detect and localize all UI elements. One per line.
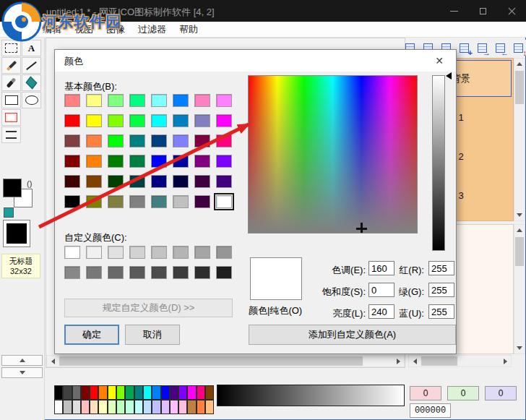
color-swatch[interactable] [86, 266, 102, 279]
color-swatch[interactable] [194, 94, 210, 107]
color-swatch[interactable] [64, 94, 80, 107]
color-swatch[interactable] [173, 246, 189, 259]
color-swatch[interactable] [108, 94, 124, 107]
color-swatch[interactable] [86, 195, 102, 208]
color-swatch[interactable] [151, 114, 167, 127]
color-swatch[interactable] [98, 385, 107, 400]
marquee-select-tool-button[interactable] [1, 40, 21, 56]
color-swatch[interactable] [194, 246, 210, 259]
menu-item[interactable]: 帮助 [173, 22, 204, 37]
ellipse-tool-button[interactable] [22, 92, 41, 108]
scroll-left-button[interactable] [409, 356, 421, 367]
color-swatch[interactable] [151, 246, 167, 259]
color-swatch[interactable] [116, 385, 125, 400]
color-swatch[interactable] [86, 155, 102, 168]
dialog-close-button[interactable]: ✕ [427, 53, 452, 69]
color-swatch[interactable] [216, 195, 232, 208]
swap-colors-icon[interactable]: () [27, 179, 32, 188]
gradient-bar[interactable] [217, 385, 405, 406]
add-custom-color-button[interactable]: 添加到自定义颜色(A) [249, 325, 456, 345]
luminance-bar[interactable] [432, 75, 445, 251]
color-swatch[interactable] [64, 246, 80, 259]
tools-scroll-up-button[interactable] [1, 355, 43, 366]
color-swatch[interactable] [86, 246, 102, 259]
color-swatch[interactable] [152, 385, 160, 400]
color-swatch[interactable] [81, 400, 90, 414]
scroll-up-button[interactable] [514, 225, 525, 236]
maximize-button[interactable] [468, 0, 497, 22]
color-swatch[interactable] [63, 385, 72, 400]
color-swatch[interactable] [129, 195, 145, 208]
color-swatch[interactable] [63, 400, 72, 414]
color-swatch[interactable] [216, 155, 232, 168]
color-swatch[interactable] [108, 195, 124, 208]
color-swatch[interactable] [187, 385, 196, 400]
color-swatch[interactable] [108, 266, 124, 279]
scroll-left-button[interactable] [47, 356, 59, 367]
fill-tool-button[interactable] [22, 74, 41, 91]
ok-button[interactable]: 确定 [64, 325, 119, 345]
color-swatch[interactable] [64, 175, 80, 188]
color-swatch[interactable] [134, 400, 143, 414]
scroll-down-button[interactable] [514, 210, 525, 220]
tools-scroll-down-button[interactable] [1, 367, 43, 378]
color-swatch[interactable] [108, 246, 124, 259]
color-swatch[interactable] [143, 400, 152, 414]
color-swatch[interactable] [129, 114, 145, 127]
color-swatch[interactable] [151, 195, 167, 208]
color-swatch[interactable] [64, 155, 80, 168]
color-swatch[interactable] [205, 385, 214, 400]
color-swatch[interactable] [72, 400, 81, 414]
color-swatch[interactable] [194, 195, 210, 208]
color-swatch[interactable] [216, 175, 232, 188]
color-swatch[interactable] [187, 400, 196, 414]
color-swatch[interactable] [216, 94, 232, 107]
color-swatch[interactable] [216, 246, 232, 259]
color-swatch[interactable] [173, 266, 189, 279]
green-input[interactable] [428, 283, 454, 297]
color-swatch[interactable] [54, 385, 63, 400]
color-swatch[interactable] [151, 175, 167, 188]
color-swatch[interactable] [54, 400, 63, 414]
color-swatch[interactable] [151, 155, 167, 168]
scroll-right-button[interactable] [392, 356, 404, 367]
scrollbar-thumb[interactable] [59, 356, 363, 366]
color-swatch[interactable] [194, 114, 210, 127]
color-swatch[interactable] [72, 385, 81, 400]
color-swatch[interactable] [161, 400, 170, 414]
color-swatch[interactable] [129, 175, 145, 188]
color-swatch[interactable] [129, 94, 145, 107]
color-swatch[interactable] [151, 266, 167, 279]
scroll-right-button[interactable] [499, 356, 511, 367]
color-swatch[interactable] [216, 134, 232, 147]
color-swatch[interactable] [197, 400, 205, 414]
brush-tool-button[interactable] [1, 74, 21, 91]
color-swatch[interactable] [194, 266, 210, 279]
color-swatch[interactable] [173, 155, 189, 168]
color-swatch[interactable] [178, 400, 187, 414]
color-swatch[interactable] [152, 400, 160, 414]
scroll-up-button[interactable] [514, 59, 525, 69]
color-swatch[interactable] [129, 266, 145, 279]
cancel-button[interactable]: 取消 [125, 325, 180, 345]
color-swatch[interactable] [108, 400, 116, 414]
foreground-color-swatch[interactable] [3, 179, 22, 197]
rectangle-tool-button[interactable] [1, 92, 21, 108]
line-tool-button[interactable] [22, 57, 41, 74]
color-swatch[interactable] [108, 175, 124, 188]
color-swatch[interactable] [216, 114, 232, 127]
grid-plus-icon[interactable]: + [456, 40, 472, 56]
scrollbar-thumb[interactable] [421, 356, 457, 366]
grid-right-arrow-icon[interactable]: → [474, 40, 490, 56]
color-swatch[interactable] [108, 385, 116, 400]
color-swatch[interactable] [90, 400, 98, 414]
color-swatch[interactable] [170, 400, 178, 414]
divider-tool-button[interactable] [1, 127, 21, 143]
color-swatch[interactable] [64, 195, 80, 208]
color-swatch[interactable] [134, 385, 143, 400]
color-swatch[interactable] [151, 94, 167, 107]
color-swatch[interactable] [129, 155, 145, 168]
color-swatch[interactable] [64, 134, 80, 147]
color-swatch[interactable] [197, 385, 205, 400]
color-swatch[interactable] [173, 94, 189, 107]
